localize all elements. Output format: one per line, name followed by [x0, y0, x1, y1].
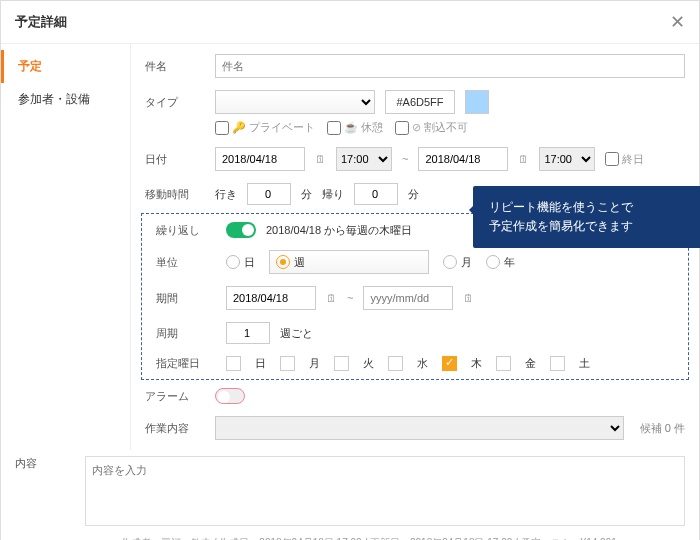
go-minutes-input[interactable] — [247, 183, 291, 205]
back-minutes-input[interactable] — [354, 183, 398, 205]
content-textarea[interactable] — [85, 456, 685, 526]
type-label: タイプ — [145, 95, 205, 110]
calendar-icon: 🗓 — [326, 292, 337, 304]
work-candidates: 候補 0 件 — [640, 421, 685, 436]
cycle-label: 周期 — [156, 326, 216, 341]
period-label: 期間 — [156, 291, 216, 306]
days-label: 指定曜日 — [156, 356, 216, 371]
modal-header: 予定詳細 ✕ — [1, 1, 699, 44]
calendar-icon: 🗓 — [518, 153, 529, 165]
unit-day-radio[interactable]: 日 — [226, 255, 255, 270]
alarm-label: アラーム — [145, 389, 205, 404]
allday-checkbox[interactable]: 終日 — [605, 152, 644, 167]
calendar-icon: 🗓 — [463, 292, 474, 304]
private-checkbox[interactable]: 🔑プライベート — [215, 120, 315, 135]
minutes-label: 分 — [408, 187, 419, 202]
unit-week-radio[interactable]: 週 — [269, 250, 429, 274]
end-time-select[interactable]: 17:00 — [539, 147, 595, 171]
tab-schedule[interactable]: 予定 — [1, 50, 130, 83]
repeat-label: 繰り返し — [156, 223, 216, 238]
day-wed-checkbox[interactable] — [388, 356, 403, 371]
day-sun-checkbox[interactable] — [226, 356, 241, 371]
subject-input[interactable] — [215, 54, 685, 78]
day-thu-checkbox[interactable] — [442, 356, 457, 371]
type-select[interactable] — [215, 90, 375, 114]
start-time-select[interactable]: 17:00 — [336, 147, 392, 171]
close-icon[interactable]: ✕ — [670, 11, 685, 33]
end-date-input[interactable] — [418, 147, 508, 171]
date-label: 日付 — [145, 152, 205, 167]
key-icon: 🔑 — [232, 121, 246, 134]
content-label: 内容 — [15, 456, 75, 526]
block-icon: ⊘ — [412, 121, 421, 134]
day-mon-checkbox[interactable] — [280, 356, 295, 371]
go-label: 行き — [215, 187, 237, 202]
period-end-input[interactable] — [363, 286, 453, 310]
break-checkbox[interactable]: ☕休憩 — [327, 120, 383, 135]
cup-icon: ☕ — [344, 121, 358, 134]
repeat-callout: リピート機能を使うことで 予定作成を簡易化できます — [473, 186, 700, 248]
minutes-label: 分 — [301, 187, 312, 202]
unit-label: 単位 — [156, 255, 216, 270]
schedule-modal: 予定詳細 ✕ 予定 参加者・設備 件名 タイプ #A6D5FF 🔑プライベート … — [0, 0, 700, 540]
calendar-icon: 🗓 — [315, 153, 326, 165]
form-area: 件名 タイプ #A6D5FF 🔑プライベート ☕休憩 ⊘割込不可 日付 🗓 17… — [131, 44, 699, 450]
day-sat-checkbox[interactable] — [550, 356, 565, 371]
unit-year-radio[interactable]: 年 — [486, 255, 515, 270]
start-date-input[interactable] — [215, 147, 305, 171]
repeat-toggle[interactable] — [226, 222, 256, 238]
modal-title: 予定詳細 — [15, 13, 67, 31]
repeat-description: 2018/04/18 から毎週の木曜日 — [266, 223, 412, 238]
cycle-input[interactable] — [226, 322, 270, 344]
no-interrupt-checkbox[interactable]: ⊘割込不可 — [395, 120, 468, 135]
unit-month-radio[interactable]: 月 — [443, 255, 472, 270]
cycle-suffix: 週ごと — [280, 326, 313, 341]
day-tue-checkbox[interactable] — [334, 356, 349, 371]
tab-attendees[interactable]: 参加者・設備 — [1, 83, 130, 116]
day-fri-checkbox[interactable] — [496, 356, 511, 371]
travel-label: 移動時間 — [145, 187, 205, 202]
range-separator: ~ — [402, 153, 408, 165]
alarm-toggle[interactable] — [215, 388, 245, 404]
back-label: 帰り — [322, 187, 344, 202]
work-label: 作業内容 — [145, 421, 205, 436]
period-start-input[interactable] — [226, 286, 316, 310]
subject-label: 件名 — [145, 59, 205, 74]
color-code-display[interactable]: #A6D5FF — [385, 90, 455, 114]
color-swatch[interactable] — [465, 90, 489, 114]
footer-meta: 作成者：三河 敏夫 / 作成日：2018年04月18日 17:00 / 更新日：… — [1, 532, 699, 540]
work-select[interactable] — [215, 416, 624, 440]
side-tabs: 予定 参加者・設備 — [1, 44, 131, 450]
